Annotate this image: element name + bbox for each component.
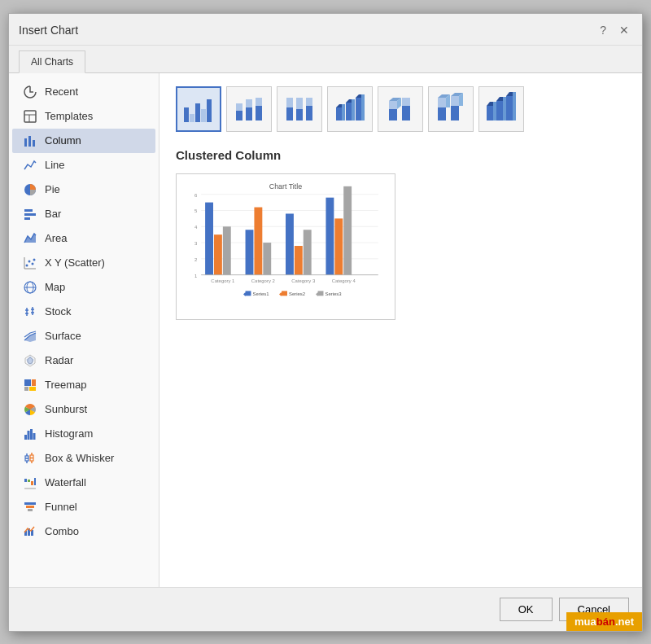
column-icon — [22, 134, 38, 148]
bar-icon — [22, 207, 38, 221]
svg-text:Category 1: Category 1 — [211, 278, 234, 283]
sidebar-item-radar[interactable]: Radar — [12, 348, 155, 373]
svg-rect-69 — [286, 98, 293, 107]
sidebar-label-scatter: X Y (Scatter) — [45, 256, 105, 269]
chart-type-icons — [176, 86, 626, 132]
sidebar-item-stock[interactable]: Stock — [12, 300, 155, 324]
svg-rect-129 — [326, 197, 334, 274]
svg-rect-9 — [24, 217, 30, 220]
sidebar-label-column: Column — [45, 134, 81, 147]
sidebar-item-pie[interactable]: Pie — [12, 177, 155, 202]
tab-bar: All Charts — [9, 46, 642, 73]
svg-rect-29 — [24, 379, 31, 386]
svg-text:Category 3: Category 3 — [291, 278, 316, 283]
svg-rect-83 — [389, 109, 397, 120]
svg-rect-77 — [346, 103, 352, 120]
svg-rect-7 — [24, 209, 33, 212]
svg-rect-80 — [356, 98, 361, 120]
sidebar-label-combo: Combo — [45, 525, 79, 537]
surface-icon — [22, 329, 38, 344]
sidebar-item-histogram[interactable]: Histogram — [12, 422, 155, 446]
sidebar-item-funnel[interactable]: Funnel — [12, 495, 155, 519]
content-area: Recent Templates — [9, 73, 642, 587]
sidebar-label-radar: Radar — [45, 354, 73, 366]
svg-rect-31 — [24, 387, 28, 391]
chart-variant-clustered-column[interactable] — [176, 86, 221, 132]
chart-variant-3d-stacked-column[interactable] — [378, 86, 423, 132]
sidebar-item-surface[interactable]: Surface — [12, 324, 155, 348]
sidebar-item-sunburst[interactable]: Sunburst — [12, 397, 155, 422]
svg-rect-32 — [29, 387, 36, 391]
help-button[interactable]: ? — [596, 22, 609, 38]
sidebar-item-column[interactable]: Column — [12, 129, 155, 153]
tab-all-charts[interactable]: All Charts — [19, 50, 85, 73]
svg-rect-90 — [438, 98, 446, 107]
title-bar-controls: ? ✕ — [596, 22, 632, 38]
svg-rect-68 — [286, 107, 293, 120]
chart-variant-3d-column[interactable] — [478, 86, 524, 132]
sidebar-label-bar: Bar — [45, 208, 61, 220]
svg-rect-5 — [33, 140, 35, 147]
svg-rect-70 — [296, 109, 303, 120]
svg-rect-53 — [28, 509, 33, 511]
svg-rect-97 — [487, 106, 493, 120]
svg-rect-62 — [236, 111, 242, 120]
sidebar-label-pie: Pie — [45, 183, 60, 195]
svg-rect-130 — [334, 218, 343, 274]
sidebar-item-line[interactable]: Line — [12, 153, 155, 177]
svg-rect-74 — [336, 107, 342, 120]
svg-rect-63 — [236, 103, 242, 111]
sidebar-item-scatter[interactable]: X Y (Scatter) — [12, 251, 155, 275]
sidebar-item-treemap[interactable]: Treemap — [12, 373, 155, 397]
chart-variant-stacked-column[interactable] — [226, 86, 272, 132]
svg-rect-88 — [402, 98, 410, 106]
templates-icon — [22, 109, 38, 124]
sidebar-label-recent: Recent — [45, 85, 78, 98]
dialog-title: Insert Chart — [19, 24, 78, 37]
sidebar-label-histogram: Histogram — [45, 427, 93, 440]
svg-point-13 — [32, 262, 34, 265]
dialog-footer: OK Cancel — [9, 587, 642, 631]
svg-rect-121 — [214, 234, 222, 274]
svg-rect-103 — [506, 96, 513, 120]
svg-rect-30 — [32, 379, 36, 386]
boxwhisker-icon — [22, 451, 38, 466]
svg-rect-67 — [256, 98, 262, 106]
sidebar-item-map[interactable]: Map — [12, 275, 155, 300]
sidebar-item-templates[interactable]: Templates — [12, 104, 155, 129]
svg-rect-71 — [296, 98, 303, 109]
svg-text:1: 1 — [194, 273, 197, 278]
svg-rect-34 — [24, 435, 27, 440]
svg-rect-102 — [503, 97, 506, 120]
sidebar-label-treemap: Treemap — [45, 379, 87, 391]
svg-rect-37 — [33, 433, 36, 440]
svg-rect-47 — [28, 480, 30, 482]
svg-text:Series2: Series2 — [289, 291, 305, 296]
chart-variant-3d-100-stacked-column[interactable] — [428, 86, 474, 132]
close-button[interactable]: ✕ — [616, 22, 632, 38]
scatter-icon — [22, 256, 38, 270]
sidebar-item-boxwhisker[interactable]: Box & Whisker — [12, 446, 155, 471]
chart-variant-3d-clustered-column[interactable] — [327, 86, 373, 132]
svg-rect-61 — [207, 99, 212, 122]
svg-text:◆: ◆ — [243, 291, 247, 296]
chart-variant-100-stacked-column[interactable] — [277, 86, 322, 132]
svg-rect-46 — [24, 479, 27, 482]
sidebar-item-bar[interactable]: Bar — [12, 202, 155, 226]
svg-rect-127 — [295, 246, 303, 275]
area-icon — [22, 231, 38, 246]
stock-icon — [22, 304, 38, 319]
preview-svg: Chart Title 6 5 4 3 2 1 — [177, 174, 395, 319]
waterfall-icon — [22, 475, 38, 490]
svg-rect-8 — [24, 213, 36, 216]
sidebar-item-combo[interactable]: Combo — [12, 519, 155, 544]
recent-icon — [22, 85, 38, 99]
sidebar-item-waterfall[interactable]: Waterfall — [12, 471, 155, 495]
sidebar-item-recent[interactable]: Recent — [12, 80, 155, 104]
sidebar-item-area[interactable]: Area — [12, 226, 155, 251]
svg-rect-52 — [26, 506, 34, 508]
sunburst-icon — [22, 402, 38, 417]
ok-button[interactable]: OK — [500, 598, 553, 621]
svg-rect-124 — [254, 207, 262, 274]
insert-chart-dialog: Insert Chart ? ✕ All Charts Recent — [8, 13, 643, 632]
